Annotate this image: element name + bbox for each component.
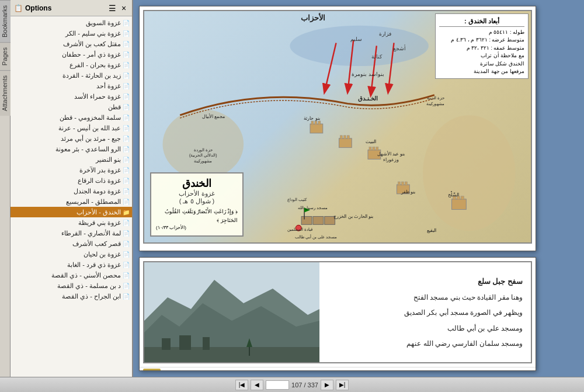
legend-title: الخندق <box>156 177 238 190</box>
sidebar-item-label: غزوة بني سليم - الكر <box>65 30 121 37</box>
pdf-icon: 📄 <box>123 115 130 121</box>
sidebar-item[interactable]: 📄غزوة دومة الجندل <box>11 186 132 196</box>
info-line-2: متوسط عرضه : ٣٦٢١ م ، ٤.٣٦ م <box>439 36 524 44</box>
next-page-button[interactable]: ▶ <box>321 380 333 390</box>
svg-rect-14 <box>347 136 349 139</box>
svg-rect-13 <box>343 136 346 139</box>
sidebar-item[interactable]: 📄بنو النضير <box>11 154 132 165</box>
sidebar-item[interactable]: 📁الخندق - الأحزاب <box>11 207 132 217</box>
sidebar-item-label: عبد الله بن أنيس - عرنة <box>58 124 121 132</box>
sidebar-item[interactable]: 📄عبد الله بن أنيس - عرنة <box>11 123 132 133</box>
sidebar-item[interactable]: 📄غزوة بدر الآخرة <box>11 165 132 175</box>
svg-rect-26 <box>461 196 464 200</box>
sidebar-item[interactable]: 📄قصر كعب الأشرف <box>11 238 132 249</box>
watermark-logo: ce4arab.com <box>143 369 193 371</box>
svg-text:بنو عبد الأشهل: بنو عبد الأشهل <box>377 151 405 157</box>
sidebar-item-label: غزوة بن لحيان <box>84 251 121 258</box>
sidebar-item[interactable]: 📄د بن مسلمة - ذي القصة <box>11 280 132 291</box>
legend-subtitle: غزوة الأحزاب <box>156 190 238 197</box>
photo-inner: سفح جبل سلع وهنا مقر القيادة حيث بني مسج… <box>143 261 532 363</box>
svg-rect-23 <box>452 199 467 210</box>
pdf-icon: 📄 <box>123 283 130 289</box>
svg-text:البقيع: البقيع <box>427 228 436 233</box>
sidebar-item-label: غزوة أحد <box>96 82 121 90</box>
legend-date: ( شوال ٥ هـ ) <box>156 197 238 205</box>
page-number-input[interactable]: 107 <box>266 380 289 390</box>
options-menu-icon[interactable]: ☰ <box>107 4 117 13</box>
svg-text:الخـنـدق: الخـنـدق <box>358 95 378 102</box>
pdf-icon: 📄 <box>123 272 130 279</box>
pdf-icon: 📄 <box>123 62 130 68</box>
svg-rect-11 <box>339 138 352 148</box>
sidebar-item[interactable]: 📄غزوة بني قريظة <box>11 217 132 228</box>
pdf-icon: 📄 <box>123 146 130 152</box>
content-area[interactable]: الأحزاب فزارة سليم أشجع كنانة بنواسد بنو… <box>133 0 584 377</box>
pdf-icon: 📄 <box>123 51 130 58</box>
attachments-tab[interactable]: Attachments <box>0 70 11 116</box>
sidebar-item[interactable]: 📄قطن <box>11 102 132 112</box>
sidebar: 📋 Options ☰ × 📄غزوة السويق📄غزوة بني سليم… <box>11 0 133 377</box>
svg-point-0 <box>290 26 429 66</box>
sidebar-item[interactable]: 📄غزوة ذي قرد - الغابة <box>11 259 132 270</box>
svg-text:الأحزاب: الأحزاب <box>301 13 325 23</box>
close-sidebar-icon[interactable]: × <box>119 4 128 13</box>
sidebar-item[interactable]: 📄غزوة السويق <box>11 18 132 28</box>
prev-page-button[interactable]: ◀ <box>251 380 263 390</box>
svg-rect-64 <box>162 338 171 350</box>
svg-rect-66 <box>203 337 210 350</box>
bookmarks-tab[interactable]: Bookmarks <box>0 0 11 42</box>
sidebar-item[interactable]: 📄لمة الأنصاري - القرطاء <box>11 228 132 238</box>
sidebar-item[interactable]: 📄غزوة ذي أمر - حطفان <box>11 49 132 60</box>
sidebar-item[interactable]: 📄المصطلق - المريسيع <box>11 196 132 207</box>
sidebar-item[interactable]: 📄الرو الساعدي - بئر معونة <box>11 144 132 154</box>
photo-page: سفح جبل سلع وهنا مقر القيادة حيث بني مسج… <box>139 257 536 371</box>
pages-tab[interactable]: Pages <box>0 42 11 70</box>
sidebar-item[interactable]: 📄غزوة ذات الرقاع <box>11 175 132 186</box>
info-box-title: أبعاد الخندق : <box>439 16 524 27</box>
pdf-icon: 📄 <box>123 251 130 258</box>
sidebar-item-label: المصطلق - المريسيع <box>66 198 121 206</box>
sidebar-item[interactable]: 📄مقتل كعب بن الأشرف <box>11 39 132 49</box>
pdf-icon: 📄 <box>123 199 130 205</box>
sidebar-item[interactable]: 📄محصن الأسني - ذي القصة <box>11 270 132 280</box>
sidebar-item[interactable]: 📄زيد بن الحارثة - القردة <box>11 70 132 81</box>
svg-rect-12 <box>340 136 342 139</box>
pdf-icon: 📄 <box>123 188 130 195</box>
pdf-icon: 📄 <box>123 262 130 268</box>
sidebar-item[interactable]: 📄سلمة المخزومي - قطن <box>11 112 132 123</box>
sidebar-item[interactable]: 📄ابن الجراح - ذي القصة <box>11 291 132 301</box>
photo-title: سفح جبل سلع <box>328 275 523 288</box>
svg-text:فزارة: فزارة <box>379 31 391 37</box>
svg-rect-16 <box>369 147 371 151</box>
sidebar-item-label: زيد بن الحارثة - القردة <box>62 72 121 79</box>
sidebar-item-label: سلمة المخزومي - قطن <box>60 114 121 122</box>
sidebar-item-label: ابن الجراح - ذي القصة <box>62 293 121 300</box>
svg-rect-17 <box>373 147 375 151</box>
sidebar-item[interactable]: 📄غزوة بني سليم - الكر <box>11 28 132 39</box>
map-background: الأحزاب فزارة سليم أشجع كنانة بنواسد بنو… <box>144 11 531 242</box>
photo-line-2: ويظهر في الصورة مسجد أبي بكر الصديق <box>328 307 523 318</box>
svg-text:مجمع الأبيال: مجمع الأبيال <box>202 113 225 119</box>
sidebar-item-label: غزوة ذات الرقاع <box>78 177 121 185</box>
photo-line-3: ومسجد علي بن أبي طالب <box>328 322 523 334</box>
sidebar-item[interactable]: 📄جيع - مرئد بن أبي مرئد <box>11 133 132 144</box>
pdf-icon: 📄 <box>123 136 130 142</box>
svg-point-2 <box>163 109 244 179</box>
sidebar-list: 📄غزوة السويق📄غزوة بني سليم - الكر📄مقتل ك… <box>11 16 132 377</box>
sidebar-item-label: محصن الأسني - ذي القصة <box>51 272 121 279</box>
pdf-icon: 📄 <box>123 104 130 110</box>
svg-rect-18 <box>376 147 378 151</box>
sidebar-item[interactable]: 📄غزوة بن لحيان <box>11 249 132 259</box>
sidebar-item[interactable]: 📄غزوة بحران - الفرع <box>11 60 132 70</box>
sidebar-header: 📋 Options ☰ × <box>11 0 132 16</box>
last-page-button[interactable]: ▶| <box>336 380 349 390</box>
svg-rect-69 <box>143 369 161 371</box>
svg-point-1 <box>423 115 515 231</box>
sidebar-item[interactable]: 📄غزوة حمراء الأسد <box>11 91 132 102</box>
sidebar-item[interactable]: 📄غزوة أحد <box>11 81 132 91</box>
first-page-button[interactable]: |◀ <box>235 380 248 390</box>
options-icon: 📋 <box>14 4 23 12</box>
photo-line-1: وهنا مقر القيادة حيث بني مسجد الفتح <box>328 292 523 303</box>
pdf-icon: 📄 <box>123 293 130 300</box>
pdf-icon: 📄 <box>123 125 130 131</box>
